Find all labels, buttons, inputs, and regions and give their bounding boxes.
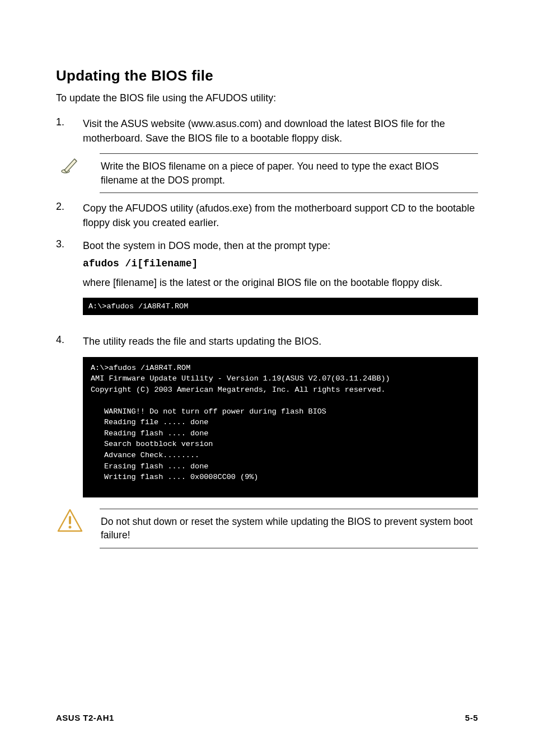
- list-continuation: where [filename] is the latest or the or…: [83, 275, 478, 290]
- list-number: 2.: [56, 201, 67, 230]
- svg-point-2: [69, 525, 72, 528]
- list-item-4: 4. The utility reads the file and starts…: [56, 334, 478, 349]
- page: Updating the BIOS file To update the BIO…: [0, 0, 534, 756]
- list-item-2: 2. Copy the AFUDOS utility (afudos.exe) …: [56, 201, 478, 230]
- footer-right: 5-5: [465, 713, 478, 722]
- warning-icon: [56, 509, 84, 532]
- ordered-list: 1. Visit the ASUS website (www.asus.com)…: [56, 116, 478, 548]
- footer-left: ASUS T2-AH1: [56, 713, 114, 722]
- list-item-3: 3. Boot the system in DOS mode, then at …: [56, 238, 478, 327]
- intro-paragraph: To update the BIOS file using the AFUDOS…: [56, 91, 478, 105]
- code-command: afudos /i[filename]: [83, 256, 478, 271]
- note-icon: [56, 153, 84, 178]
- list-body: Visit the ASUS website (www.asus.com) an…: [83, 116, 478, 145]
- terminal-output-small: A:\>afudos /iA8R4T.ROM: [83, 298, 478, 316]
- list-body: Boot the system in DOS mode, then at the…: [83, 238, 478, 327]
- page-footer: ASUS T2-AH1 5-5: [56, 713, 478, 722]
- svg-rect-1: [69, 516, 71, 524]
- warning-callout: Do not shut down or reset the system whi…: [56, 509, 478, 548]
- note-callout: Write the BIOS filename on a piece of pa…: [56, 153, 478, 193]
- terminal-output-large: A:\>afudos /iA8R4T.ROM AMI Firmware Upda…: [83, 357, 478, 497]
- section-heading: Updating the BIOS file: [56, 67, 478, 84]
- list-number: 3.: [56, 238, 67, 327]
- list-item-1: 1. Visit the ASUS website (www.asus.com)…: [56, 116, 478, 145]
- list-number: 4.: [56, 334, 67, 349]
- note-body: Write the BIOS filename on a piece of pa…: [100, 153, 478, 193]
- list-body: Copy the AFUDOS utility (afudos.exe) fro…: [83, 201, 478, 230]
- list-text: Boot the system in DOS mode, then at the…: [83, 240, 330, 251]
- warning-body: Do not shut down or reset the system whi…: [100, 509, 478, 548]
- list-body: The utility reads the file and starts up…: [83, 334, 478, 349]
- list-number: 1.: [56, 116, 67, 145]
